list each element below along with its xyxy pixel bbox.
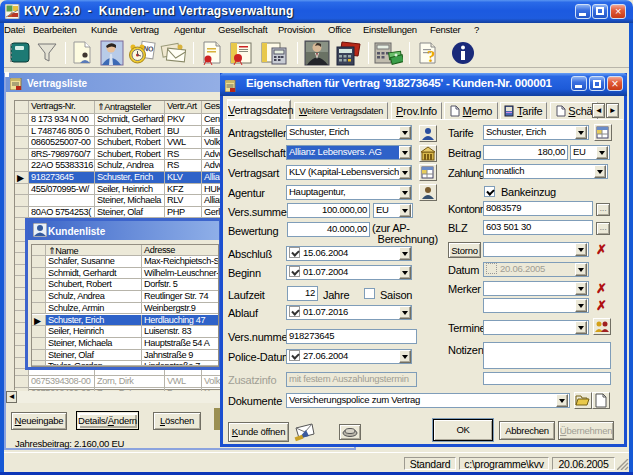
svg-text:?: ?	[427, 47, 435, 66]
